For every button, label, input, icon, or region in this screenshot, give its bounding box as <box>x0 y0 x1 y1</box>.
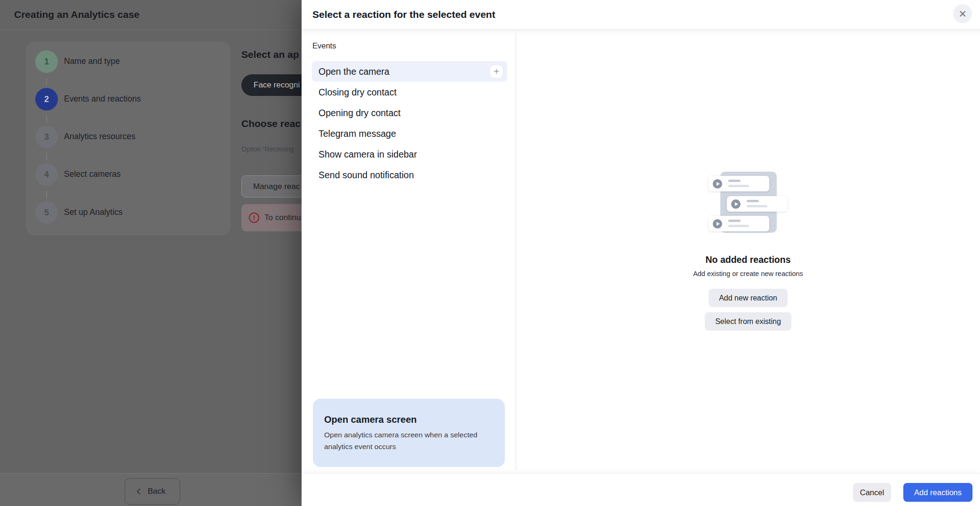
step-connector <box>46 78 47 85</box>
text-line-placeholder <box>728 180 741 182</box>
step-number-badge: 2 <box>35 88 58 111</box>
dialog-footer: Cancel Add reactions <box>302 473 980 506</box>
event-item-label: Open the camera <box>319 66 390 77</box>
event-item-label: Closing dry contact <box>319 87 397 98</box>
step-connector <box>46 191 47 198</box>
event-item-label: Send sound notification <box>319 170 414 181</box>
back-button: Back <box>125 478 180 505</box>
choose-reactions-heading: Choose reac <box>241 118 301 129</box>
select-from-existing-button[interactable]: Select from existing <box>705 312 791 331</box>
event-list: Open the camera + Closing dry contact Op… <box>312 61 507 185</box>
events-label: Events <box>312 41 336 50</box>
screen: Creating an Analytics case 1 Name and ty… <box>0 0 980 506</box>
event-item-closing-dry-contact[interactable]: Closing dry contact <box>312 82 507 103</box>
add-new-reaction-button[interactable]: Add new reaction <box>709 289 788 307</box>
close-icon: ✕ <box>958 9 967 19</box>
dialog-title: Select a reaction for the selected event <box>312 0 495 29</box>
play-icon <box>731 199 741 209</box>
cancel-button[interactable]: Cancel <box>853 483 891 502</box>
play-icon <box>713 179 722 189</box>
dialog-body: Events Open the camera + Closing dry con… <box>302 29 980 473</box>
event-item-opening-dry-contact[interactable]: Opening dry contact <box>312 103 507 123</box>
event-item-telegram-message[interactable]: Telegram message <box>312 123 507 144</box>
event-item-label: Opening dry contact <box>319 108 401 119</box>
step-number-badge: 3 <box>35 126 58 148</box>
event-item-open-the-camera[interactable]: Open the camera + <box>312 61 507 82</box>
text-line-placeholder <box>747 200 759 202</box>
event-item-label: Show camera in sidebar <box>319 149 417 160</box>
empty-state-title: No added reactions <box>663 254 833 265</box>
text-line-placeholder <box>728 185 749 187</box>
illustration-card <box>727 196 788 212</box>
play-icon <box>713 219 722 229</box>
event-item-show-camera-in-sidebar[interactable]: Show camera in sidebar <box>312 144 507 165</box>
select-reaction-dialog: Select a reaction for the selected event… <box>302 0 980 506</box>
step-connector <box>46 153 47 160</box>
step-connector <box>46 115 47 123</box>
option-note: Option "Receiving <box>241 145 294 153</box>
step-number-badge: 1 <box>35 50 58 73</box>
text-line-placeholder <box>747 205 767 207</box>
plus-icon: + <box>494 67 499 76</box>
step-item-5: 5 Set up Analytics <box>26 201 231 224</box>
chevron-left-icon <box>135 488 142 495</box>
step-item-2: 2 Events and reactions <box>26 88 231 111</box>
page-title: Creating an Analytics case <box>14 0 140 29</box>
reactions-panel: No added reactions Add existing or creat… <box>516 29 980 473</box>
event-item-send-sound-notification[interactable]: Send sound notification <box>312 165 507 185</box>
empty-state-subtitle: Add existing or create new reactions <box>663 270 833 277</box>
event-info-description: Open analytics camera screen when a sele… <box>324 429 494 452</box>
reactions-empty-illustration <box>709 172 788 233</box>
manage-reactions-button: Manage reac <box>241 175 311 198</box>
add-reactions-button[interactable]: Add reactions <box>903 483 972 502</box>
step-item-4: 4 Select cameras <box>26 163 231 186</box>
close-button[interactable]: ✕ <box>953 4 972 23</box>
step-number-badge: 5 <box>35 201 58 224</box>
alert-text: To continu <box>264 213 301 222</box>
wizard-steps-card: 1 Name and type 2 Events and reactions 3… <box>26 41 231 235</box>
illustration-card <box>709 216 769 231</box>
back-button-label: Back <box>148 487 166 496</box>
add-event-reaction-button[interactable]: + <box>489 64 503 79</box>
select-app-heading: Select an ap <box>241 49 299 60</box>
event-item-label: Telegram message <box>319 128 396 139</box>
illustration-card <box>709 176 769 191</box>
event-info-card: Open camera screen Open analytics camera… <box>313 399 505 467</box>
alert-icon: ! <box>249 213 259 223</box>
step-item-3: 3 Analytics resources <box>26 126 231 148</box>
step-number-badge: 4 <box>35 163 58 186</box>
event-info-title: Open camera screen <box>324 414 494 425</box>
text-line-placeholder <box>728 220 741 222</box>
step-item-1: 1 Name and type <box>26 50 231 73</box>
events-panel: Events Open the camera + Closing dry con… <box>302 29 516 473</box>
dialog-header: Select a reaction for the selected event… <box>302 0 980 30</box>
text-line-placeholder <box>728 225 749 227</box>
empty-state: No added reactions Add existing or creat… <box>663 172 833 331</box>
